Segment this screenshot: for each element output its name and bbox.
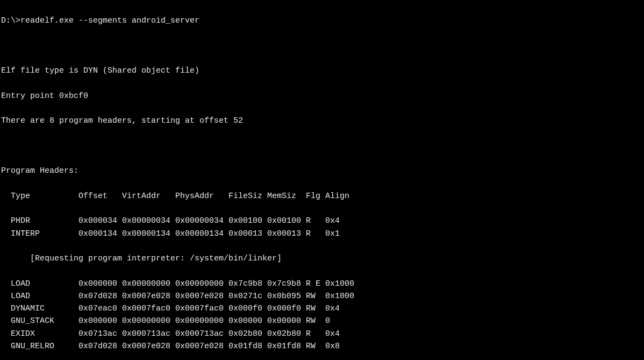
file-type-line: Elf file type is DYN (Shared object file… xyxy=(1,65,643,77)
program-headers-title: Program Headers: xyxy=(1,165,643,177)
blank-line xyxy=(1,140,643,152)
program-headers-columns: Type Offset VirtAddr PhysAddr FileSiz Me… xyxy=(1,190,643,202)
interp-note-line: [Requesting program interpreter: /system… xyxy=(1,252,643,265)
program-header-row: DYNAMIC 0x07eac0 0x0007fac0 0x0007fac0 0… xyxy=(1,302,643,315)
program-header-row: GNU_RELRO 0x07d028 0x0007e028 0x0007e028… xyxy=(1,340,643,352)
program-header-row: GNU_STACK 0x000000 0x00000000 0x00000000… xyxy=(1,315,643,327)
program-header-row: LOAD 0x07d028 0x0007e028 0x0007e028 0x02… xyxy=(1,290,643,302)
command-prompt-line: D:\>readelf.exe --segments android_serve… xyxy=(1,15,643,27)
program-header-row: LOAD 0x000000 0x00000000 0x00000000 0x7c… xyxy=(1,278,643,290)
entry-point-line: Entry point 0xbcf0 xyxy=(1,90,643,102)
terminal-output: D:\>readelf.exe --segments android_serve… xyxy=(0,0,644,360)
program-header-row: EXIDX 0x0713ac 0x000713ac 0x000713ac 0x0… xyxy=(1,328,643,340)
program-header-row: PHDR 0x000034 0x00000034 0x00000034 0x00… xyxy=(1,215,643,227)
program-header-row: INTERP 0x000134 0x00000134 0x00000134 0x… xyxy=(1,228,643,240)
header-count-line: There are 8 program headers, starting at… xyxy=(1,115,643,127)
blank-line xyxy=(1,40,643,52)
